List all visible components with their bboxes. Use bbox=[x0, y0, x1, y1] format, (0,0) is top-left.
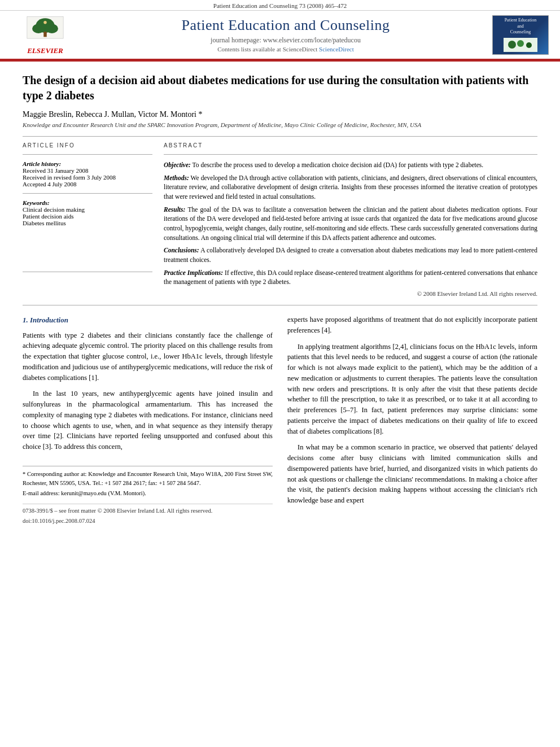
received-date: Received 31 January 2008 bbox=[23, 167, 152, 174]
svg-point-2 bbox=[32, 24, 45, 33]
keyword-1: Clinical decision making bbox=[23, 206, 152, 213]
abstract-results: Results: The goal of the DA was to facil… bbox=[164, 205, 537, 243]
journal-logo-box: Patient EducationandCounseling bbox=[492, 15, 549, 55]
results-label: Results: bbox=[164, 206, 185, 213]
abstract-column: ABSTRACT Objective: To describe the proc… bbox=[164, 142, 537, 297]
article-affiliation: Knowledge and Encounter Research Unit an… bbox=[23, 121, 537, 128]
article-info-column: ARTICLE INFO Article history: Received 3… bbox=[23, 142, 152, 297]
footer-issn: 0738-3991/$ – see front matter © 2008 El… bbox=[23, 506, 212, 516]
svg-point-5 bbox=[43, 21, 47, 24]
article-authors: Maggie Breslin, Rebecca J. Mullan, Victo… bbox=[23, 110, 537, 119]
elsevier-logo-area: ELSEVIER bbox=[11, 14, 79, 55]
article-title: The design of a decision aid about diabe… bbox=[23, 73, 537, 103]
journal-ref-text: Patient Education and Counseling 73 (200… bbox=[213, 2, 347, 9]
keywords-divider bbox=[23, 193, 152, 194]
footnotes-area: * Corresponding author at: Knowledge and… bbox=[23, 466, 273, 498]
svg-point-9 bbox=[526, 42, 532, 48]
keyword-3: Diabetes mellitus bbox=[23, 220, 152, 226]
body-col-left: 1. Introduction Patients with type 2 dia… bbox=[23, 314, 273, 526]
footnote-2: E-mail address: kerunit@mayo.edu (V.M. M… bbox=[23, 489, 273, 498]
journal-header: ELSEVIER Patient Education and Counselin… bbox=[0, 11, 560, 60]
body-para-5: In what may be a common scenario in prac… bbox=[287, 442, 537, 506]
keywords-section: Keywords: Clinical decision making Patie… bbox=[23, 199, 152, 226]
article-info-abstract: ARTICLE INFO Article history: Received 3… bbox=[23, 142, 537, 297]
copyright-text: © 2008 Elsevier Ireland Ltd. All rights … bbox=[164, 290, 537, 297]
section1-title: 1. Introduction bbox=[23, 314, 273, 326]
page-footer: 0738-3991/$ – see front matter © 2008 El… bbox=[23, 504, 273, 516]
conclusions-text: A collaboratively developed DA designed … bbox=[164, 247, 537, 263]
abstract-objective: Objective: To describe the process used … bbox=[164, 160, 537, 170]
accepted-date: Accepted 4 July 2008 bbox=[23, 181, 152, 187]
footnote-1: * Corresponding author at: Knowledge and… bbox=[23, 470, 273, 488]
journal-logo-text: Patient EducationandCounseling bbox=[504, 18, 537, 51]
abstract-methods: Methods: We developed the DA through act… bbox=[164, 173, 537, 202]
svg-point-3 bbox=[46, 24, 58, 33]
keywords-label: Keywords: bbox=[23, 199, 152, 206]
results-text: The goal of the DA was to facilitate a c… bbox=[164, 206, 537, 241]
journal-title: Patient Education and Counseling bbox=[79, 17, 492, 34]
info-divider bbox=[23, 154, 152, 155]
journal-homepage: journal homepage: www.elsevier.com/locat… bbox=[79, 36, 492, 45]
keyword-2: Patient decision aids bbox=[23, 213, 152, 220]
objective-text: To describe the process used to develop … bbox=[193, 161, 484, 168]
methods-text: We developed the DA through active colla… bbox=[164, 174, 537, 200]
conclusions-label: Conclusions: bbox=[164, 247, 199, 254]
article-info-label: ARTICLE INFO bbox=[23, 142, 152, 148]
methods-label: Methods: bbox=[164, 174, 189, 181]
article-container: The design of a decision aid about diabe… bbox=[0, 62, 560, 537]
body-para-4: In applying treatment algorithms [2,4], … bbox=[287, 342, 537, 437]
elsevier-wordmark: ELSEVIER bbox=[27, 46, 63, 55]
history-label: Article history: bbox=[23, 160, 152, 167]
title-divider bbox=[23, 136, 537, 137]
svg-rect-4 bbox=[43, 32, 47, 37]
abstract-top-divider bbox=[164, 154, 537, 155]
info-bottom-divider bbox=[23, 272, 152, 272]
sciencedirect-info: Contents lists available at ScienceDirec… bbox=[79, 46, 492, 53]
abstract-label: ABSTRACT bbox=[164, 142, 537, 148]
journal-title-area: Patient Education and Counseling journal… bbox=[79, 17, 492, 53]
abstract-practice: Practice Implications: If effective, thi… bbox=[164, 268, 537, 287]
body-text-area: 1. Introduction Patients with type 2 dia… bbox=[23, 314, 537, 526]
revised-date: Received in revised form 3 July 2008 bbox=[23, 174, 152, 181]
body-col-right: experts have proposed algorithms of trea… bbox=[287, 314, 537, 526]
abstract-conclusions: Conclusions: A collaboratively developed… bbox=[164, 246, 537, 264]
body-top-divider bbox=[23, 305, 537, 305]
svg-point-8 bbox=[517, 40, 524, 47]
body-para-2: In the last 10 years, new antihyperglyce… bbox=[23, 388, 273, 452]
journal-reference-bar: Patient Education and Counseling 73 (200… bbox=[0, 0, 560, 11]
sciencedirect-link[interactable]: ScienceDirect bbox=[319, 46, 354, 53]
body-para-3: experts have proposed algorithms of trea… bbox=[287, 314, 537, 336]
practice-label: Practice Implications: bbox=[164, 269, 223, 276]
footer-doi: doi:10.1016/j.pec.2008.07.024 bbox=[23, 517, 273, 526]
elsevier-tree-icon bbox=[23, 14, 68, 45]
svg-point-7 bbox=[508, 41, 516, 49]
body-para-1: Patients with type 2 diabetes and their … bbox=[23, 330, 273, 383]
objective-label: Objective: bbox=[164, 161, 191, 168]
